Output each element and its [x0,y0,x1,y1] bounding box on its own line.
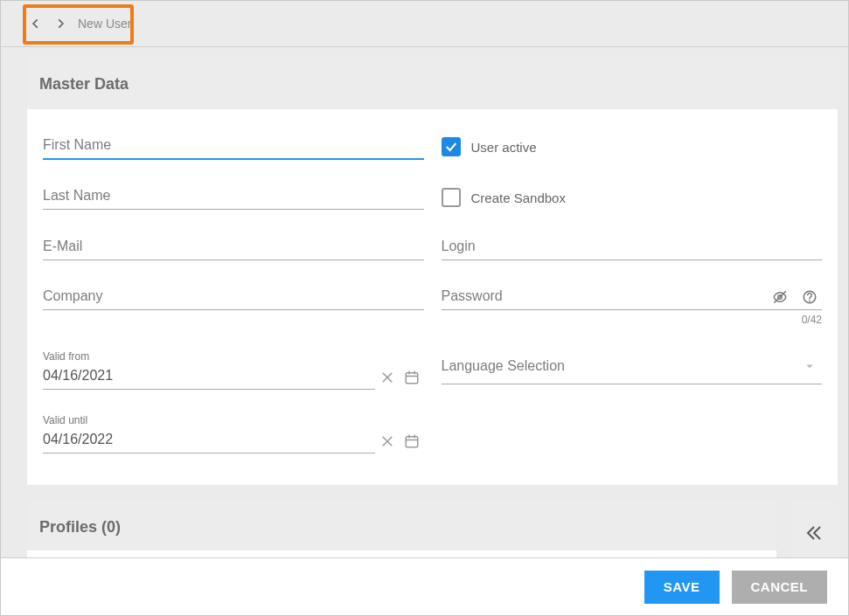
language-select[interactable]: Language Selection [442,350,823,384]
create-sandbox-label: Create Sandbox [471,190,566,205]
last-name-field [43,184,424,211]
password-help[interactable] [797,285,822,309]
valid-until-field: Valid until [43,414,424,453]
create-sandbox-row: Create Sandbox [442,184,823,211]
valid-until-input[interactable] [43,428,375,453]
language-select-label: Language Selection [442,358,798,374]
question-circle-icon [802,289,818,305]
valid-from-field: Valid from [43,350,424,390]
valid-from-input[interactable] [43,364,375,390]
valid-until-picker[interactable] [400,429,424,453]
first-name-input[interactable] [43,134,424,160]
profiles-card: Profiles (0) [27,499,776,557]
user-active-label: User active [471,140,537,155]
company-input[interactable] [43,285,424,310]
breadcrumb-title: New User [78,17,131,31]
create-sandbox-checkbox[interactable] [442,188,461,207]
email-field [43,235,424,260]
arrow-left-icon [30,17,42,30]
svg-rect-6 [406,372,418,383]
login-input[interactable] [442,235,823,260]
valid-from-clear[interactable] [375,365,400,390]
user-active-checkbox[interactable] [442,137,461,156]
close-icon [379,433,395,449]
close-icon [379,370,395,385]
language-field: Language Selection [442,350,823,390]
topbar: New User [1,1,848,47]
master-data-title: Master Data [27,56,838,109]
nav-arrows [27,15,69,32]
master-data-body: User active Create Sandbox [27,109,838,485]
forward-button[interactable] [52,15,69,32]
valid-until-label: Valid until [43,414,424,426]
profiles-row: Profiles (0) [27,499,838,557]
email-input[interactable] [43,235,424,260]
calendar-icon [404,433,420,449]
password-field: 0/42 [442,285,823,326]
cancel-button[interactable]: CANCEL [732,571,828,604]
calendar-icon [404,370,420,385]
user-active-row: User active [442,134,823,160]
content-scroll[interactable]: Master Data User active [1,47,848,557]
password-input[interactable] [442,285,769,309]
check-icon [444,140,458,154]
password-counter: 0/42 [442,314,823,326]
valid-from-label: Valid from [43,350,424,363]
valid-until-clear[interactable] [375,429,400,453]
empty-cell [442,414,823,453]
valid-from-picker[interactable] [400,365,424,390]
master-data-card: Master Data User active [27,56,838,485]
profiles-collapse-button[interactable] [790,499,838,557]
last-name-input[interactable] [43,184,424,210]
company-field [43,285,424,326]
back-button[interactable] [27,15,45,32]
svg-rect-12 [406,436,418,446]
language-select-caret [797,354,822,378]
profiles-title: Profiles (0) [27,499,776,550]
svg-point-3 [809,301,811,302]
eye-off-icon [772,289,788,305]
profiles-body [27,550,776,557]
caret-down-icon [802,358,818,374]
chevron-double-left-icon [804,523,825,543]
save-button[interactable]: SAVE [644,571,720,604]
login-field [442,235,823,260]
footer-actions: SAVE CANCEL [1,557,848,615]
first-name-field [43,134,424,160]
arrow-right-icon [54,17,66,30]
password-visibility-toggle[interactable] [768,285,792,309]
